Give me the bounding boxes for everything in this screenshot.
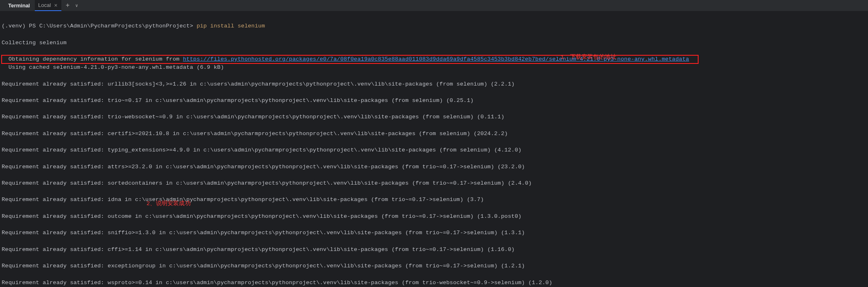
close-icon[interactable]: × <box>53 2 58 9</box>
command-text: pip install selenium <box>196 23 265 29</box>
out-req-11: Requirement already satisfied: exception… <box>2 262 866 270</box>
tab-label: Local <box>38 2 51 8</box>
terminal-output[interactable]: (.venv) PS C:\Users\Admin\PycharmProject… <box>0 11 868 287</box>
out-req-2: Requirement already satisfied: trio-webs… <box>2 113 866 121</box>
tab-bar: Terminal Local × + ∨ <box>0 0 868 11</box>
tab-dropdown-icon[interactable]: ∨ <box>74 3 80 8</box>
out-req-12: Requirement already satisfied: wsproto>=… <box>2 279 866 287</box>
out-req-10: Requirement already satisfied: cffi>=1.1… <box>2 246 866 254</box>
prompt-prefix: (.venv) PS C:\Users\Admin\PycharmProject… <box>2 23 196 29</box>
tab-local[interactable]: Local × <box>35 0 61 11</box>
out-req-7: Requirement already satisfied: idna in c… <box>2 196 866 204</box>
out-req-8: Requirement already satisfied: outcome i… <box>2 212 866 221</box>
out-req-6: Requirement already satisfied: sortedcon… <box>2 179 866 188</box>
new-tab-button[interactable]: + <box>61 2 74 9</box>
out-cached-meta: Using cached selenium-4.21.0-py3-none-an… <box>2 63 866 72</box>
out-req-3: Requirement already satisfied: certifi>=… <box>2 130 866 138</box>
out-req-0: Requirement already satisfied: urllib3[s… <box>2 80 866 88</box>
out-req-4: Requirement already satisfied: typing_ex… <box>2 146 866 154</box>
out-req-1: Requirement already satisfied: trio~=0.1… <box>2 97 866 105</box>
panel-title: Terminal <box>3 2 35 9</box>
annotation-1: 1、下载安装包的地址 <box>561 53 616 61</box>
out-collecting: Collecting selenium <box>2 39 866 47</box>
annotation-2: 2、说明安装成功 <box>147 200 191 208</box>
out-req-5: Requirement already satisfied: attrs>=23… <box>2 163 866 171</box>
obtaining-prefix: Obtaining dependency information for sel… <box>2 56 183 62</box>
out-req-9: Requirement already satisfied: sniffio>=… <box>2 229 866 237</box>
prompt-line: (.venv) PS C:\Users\Admin\PycharmProject… <box>2 22 866 30</box>
